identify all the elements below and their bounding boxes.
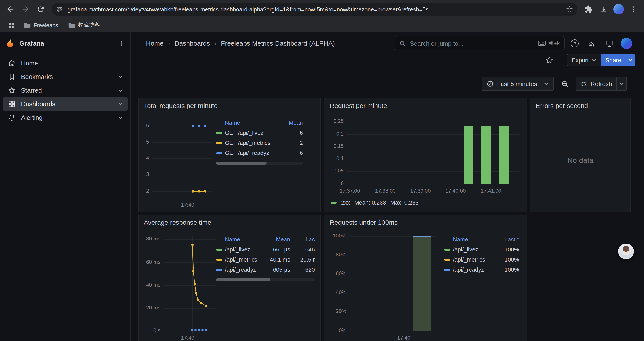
rss-icon[interactable] xyxy=(586,37,598,50)
refresh-main-button[interactable]: Refresh xyxy=(576,77,616,90)
sidebar-item-home[interactable]: Home xyxy=(3,57,128,70)
star-icon xyxy=(8,87,16,94)
legend-column-header[interactable]: Name xyxy=(225,236,261,243)
series-name[interactable]: /api/_readyz xyxy=(453,266,493,273)
series-color-dash[interactable] xyxy=(216,152,222,154)
zoom-out-button[interactable] xyxy=(558,77,571,91)
bookmark-folder-blogs[interactable]: 收藏博客 xyxy=(65,20,102,31)
refresh-button[interactable]: Refresh xyxy=(576,77,627,91)
site-settings-icon[interactable] xyxy=(54,4,65,15)
bookmark-star-icon[interactable] xyxy=(564,4,575,15)
series-name[interactable]: GET /api/_readyz xyxy=(225,150,284,156)
sidebar-item-starred[interactable]: Starred xyxy=(3,84,128,97)
share-main-button[interactable]: Share xyxy=(601,54,626,66)
apps-grid-icon[interactable] xyxy=(5,20,17,31)
series-name[interactable]: GET /api/_metrics xyxy=(225,140,284,146)
bar-2xx xyxy=(499,126,509,184)
share-dropdown-button[interactable] xyxy=(626,54,635,66)
series-color-dash[interactable] xyxy=(216,142,222,144)
sidebar-header: Grafana xyxy=(0,33,130,54)
legend-column-header[interactable]: Mean xyxy=(284,119,303,126)
time-range-label: Last 5 minutes xyxy=(497,80,537,87)
gridline xyxy=(152,142,212,143)
floating-assistant-avatar[interactable] xyxy=(618,244,634,259)
panel-title[interactable]: Errors per second xyxy=(536,102,588,109)
request-per-minute-chart: 0.250.20.150.10.05017:37:0017:38:0017:39… xyxy=(324,98,526,212)
bookmark-folder-freeleaps[interactable]: Freeleaps xyxy=(21,20,61,31)
legend-scrollbar[interactable] xyxy=(216,278,315,281)
chevron-down-icon[interactable] xyxy=(118,74,123,80)
series-color-dash[interactable] xyxy=(216,132,222,134)
legend-row[interactable]: GET /api/_readyz6 xyxy=(216,148,303,158)
legend-row[interactable]: /api/_metrics40.1 ms20.5 r xyxy=(216,254,315,265)
refresh-interval-dropdown[interactable] xyxy=(616,77,626,90)
series-color-dash[interactable] xyxy=(216,269,222,270)
legend-row[interactable]: /api/_livez100% xyxy=(444,244,519,254)
sidebar-item-label: Starred xyxy=(21,87,42,94)
series-color-dash[interactable] xyxy=(444,259,450,260)
share-button[interactable]: Share xyxy=(601,54,635,66)
dock-menu-icon[interactable] xyxy=(113,37,125,49)
legend-row[interactable]: GET /api/_metrics2 xyxy=(216,138,303,148)
chevron-down-icon[interactable] xyxy=(118,101,123,107)
series-name[interactable]: /api/_metrics xyxy=(225,256,261,263)
series-color-dash[interactable] xyxy=(216,259,222,260)
url-bar[interactable]: grafana.mathmast.com/d/deytv4rwavabkb/fr… xyxy=(52,3,577,16)
forward-icon[interactable] xyxy=(18,2,32,16)
legend-scrollbar-thumb[interactable] xyxy=(216,162,266,165)
sidebar-item-dashboards[interactable]: Dashboards xyxy=(3,97,128,111)
legend-column-header[interactable]: Mean xyxy=(261,236,290,243)
series-name[interactable]: /api/_livez xyxy=(453,246,493,253)
legend-row[interactable]: /api/_metrics100% xyxy=(444,254,519,265)
legend-row[interactable]: /api/_readyz605 µs620 xyxy=(216,265,315,275)
time-range-picker[interactable]: Last 5 minutes xyxy=(482,77,554,91)
series-name[interactable]: /api/_livez xyxy=(225,246,261,253)
legend-scrollbar[interactable] xyxy=(216,162,303,165)
legend-column-header[interactable]: Name xyxy=(225,119,284,126)
grafana-logo-icon[interactable] xyxy=(5,38,15,48)
reload-icon[interactable] xyxy=(33,2,47,16)
series-name[interactable]: /api/_readyz xyxy=(225,266,261,273)
chevron-down-icon[interactable] xyxy=(118,88,123,93)
back-icon[interactable] xyxy=(4,2,18,16)
breadcrumb-item[interactable]: Dashboards xyxy=(174,40,210,47)
downloads-icon[interactable] xyxy=(597,2,611,16)
extensions-icon[interactable] xyxy=(582,2,596,16)
url-text: grafana.mathmast.com/d/deytv4rwavabkb/fr… xyxy=(68,6,562,13)
home-icon xyxy=(8,59,16,67)
help-button[interactable]: ? xyxy=(568,37,581,50)
gridline xyxy=(152,191,212,192)
legend-row[interactable]: /api/_readyz100% xyxy=(444,265,519,275)
breadcrumb-item[interactable]: Home xyxy=(146,40,164,47)
series-color-dash[interactable] xyxy=(444,249,450,250)
legend-column-header[interactable]: Las xyxy=(290,236,315,243)
screen: grafana.mathmast.com/d/deytv4rwavabkb/fr… xyxy=(0,0,644,341)
export-button[interactable]: Export xyxy=(567,54,602,66)
legend-scrollbar-thumb[interactable] xyxy=(216,278,270,281)
legend-column-header[interactable]: Name xyxy=(453,236,493,243)
series-name[interactable]: GET /api/_livez xyxy=(225,129,284,136)
gridline xyxy=(347,134,520,135)
sidebar-item-bookmarks[interactable]: Bookmarks xyxy=(3,70,128,83)
monitor-icon[interactable] xyxy=(604,37,616,50)
series-color-dash[interactable] xyxy=(444,269,450,270)
y-axis-tick-label: 6 xyxy=(138,122,149,129)
user-avatar[interactable] xyxy=(620,37,632,50)
legend-row[interactable]: GET /api/_livez6 xyxy=(216,128,303,138)
sidebar-item-alerting[interactable]: Alerting xyxy=(3,111,128,124)
favorite-star-button[interactable] xyxy=(543,54,556,66)
series-color-dash[interactable] xyxy=(216,249,222,250)
browser-menu-icon[interactable] xyxy=(626,2,640,16)
chevron-down-icon[interactable] xyxy=(118,115,123,120)
apps-icon xyxy=(8,100,16,108)
bar-2xx xyxy=(464,126,474,184)
x-axis-tick-label: 17:37:00 xyxy=(330,188,369,194)
series-name[interactable]: /api/_metrics xyxy=(453,256,493,263)
legend-row[interactable]: 2xx Mean: 0.233 Max: 0.233 xyxy=(330,199,419,206)
legend-row[interactable]: /api/_livez661 µs646 xyxy=(216,244,315,254)
profile-avatar[interactable] xyxy=(612,2,626,16)
panel-average-response-time: Average response time 80 ms60 ms40 ms20 … xyxy=(138,215,321,341)
search-input[interactable]: ⌘+k xyxy=(394,36,565,51)
search-field[interactable] xyxy=(409,39,534,47)
legend-column-header[interactable]: Last * xyxy=(493,236,519,243)
